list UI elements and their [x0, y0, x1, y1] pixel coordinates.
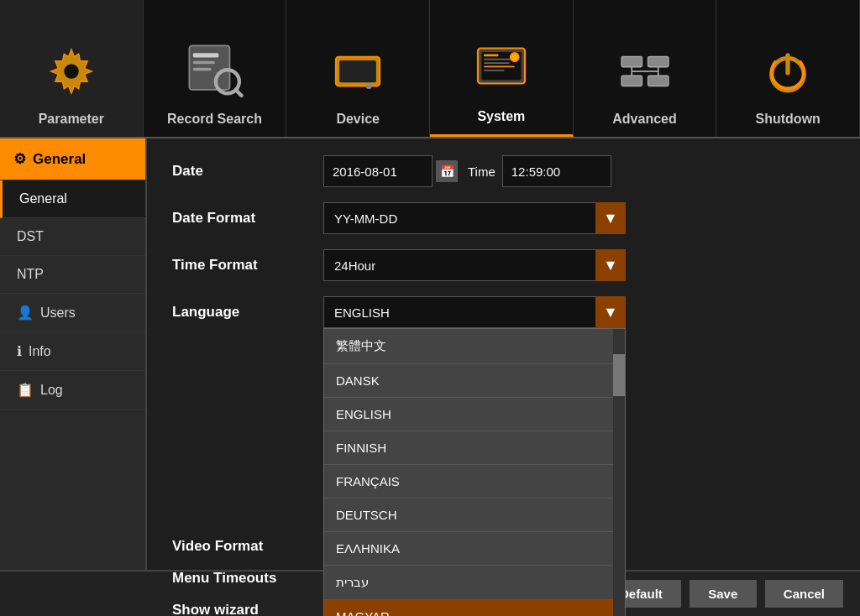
- log-icon: 📋: [17, 382, 34, 398]
- svg-rect-9: [339, 60, 376, 82]
- user-icon: 👤: [17, 305, 34, 321]
- time-format-dropdown-arrow[interactable]: ▼: [595, 249, 626, 281]
- nav-parameter[interactable]: Parameter: [0, 0, 144, 137]
- lang-hebrew[interactable]: עברית: [324, 566, 625, 600]
- svg-rect-17: [484, 70, 505, 71]
- nav-advanced-label: Advanced: [612, 112, 676, 127]
- svg-rect-5: [192, 68, 211, 71]
- sidebar-item-general[interactable]: General: [0, 180, 145, 218]
- lang-traditional-chinese[interactable]: 繁體中文: [324, 329, 625, 364]
- language-dropdown-list: 繁體中文 DANSK ENGLISH FINNISH FRANÇAIS DEUT…: [323, 328, 626, 616]
- svg-point-10: [366, 83, 372, 89]
- lang-magyar[interactable]: MAGYAR: [324, 600, 625, 616]
- sidebar-item-ntp[interactable]: NTP: [0, 256, 145, 294]
- date-input[interactable]: [323, 155, 433, 187]
- video-format-label: Video Format: [172, 538, 323, 555]
- lang-francais[interactable]: FRANÇAIS: [324, 465, 625, 499]
- time-format-label: Time Format: [172, 257, 323, 274]
- nav-record-search-label: Record Search: [167, 112, 262, 127]
- svg-rect-21: [621, 76, 642, 86]
- nav-parameter-label: Parameter: [39, 112, 104, 127]
- nav-shutdown[interactable]: Shutdown: [716, 0, 860, 137]
- time-format-input[interactable]: [323, 249, 626, 281]
- sidebar-general-label: General: [19, 191, 67, 206]
- lang-ellhnika[interactable]: ΕΛΛΗΝΙΚΑ: [324, 532, 625, 566]
- svg-line-7: [235, 90, 241, 96]
- search-icon: [181, 38, 249, 105]
- calendar-icon[interactable]: 📅: [436, 160, 458, 182]
- date-label: Date: [172, 163, 323, 180]
- content-panel: Date 📅 Time Date Format ▼ Time Format ▼ …: [147, 138, 860, 570]
- nav-device[interactable]: Device: [286, 0, 430, 137]
- gear-small-icon: ⚙: [13, 150, 26, 168]
- date-format-dropdown-arrow[interactable]: ▼: [595, 202, 626, 234]
- sidebar-ntp-label: NTP: [17, 267, 44, 282]
- device-icon: [324, 38, 391, 105]
- nav-record-search[interactable]: Record Search: [144, 0, 287, 137]
- svg-rect-16: [484, 66, 515, 68]
- svg-rect-13: [484, 55, 499, 57]
- svg-rect-19: [621, 57, 642, 67]
- nav-shutdown-label: Shutdown: [756, 112, 821, 127]
- lang-finnish[interactable]: FINNISH: [324, 431, 625, 465]
- svg-rect-4: [192, 61, 214, 65]
- sidebar-item-dst[interactable]: DST: [0, 218, 145, 256]
- time-format-row: Time Format ▼: [172, 249, 835, 281]
- time-input[interactable]: [502, 155, 611, 187]
- sidebar-users-label: Users: [40, 305, 76, 321]
- sidebar-header-general[interactable]: ⚙ General: [0, 138, 145, 180]
- date-format-label: Date Format: [172, 210, 323, 227]
- svg-point-18: [510, 53, 519, 62]
- language-select-wrapper: ▼ 繁體中文 DANSK ENGLISH FINNISH FRANÇAIS DE…: [323, 296, 626, 328]
- svg-rect-22: [648, 76, 669, 86]
- top-nav: Parameter Record Search Device: [0, 0, 860, 138]
- sidebar-log-label: Log: [40, 383, 63, 398]
- date-format-select-wrapper: ▼: [323, 202, 626, 234]
- nav-system[interactable]: System: [430, 0, 574, 137]
- lang-english[interactable]: ENGLISH: [324, 398, 625, 431]
- advanced-icon: [611, 38, 679, 105]
- svg-rect-3: [192, 53, 218, 57]
- sidebar-item-info[interactable]: ℹ Info: [0, 332, 145, 371]
- language-input[interactable]: [323, 296, 626, 328]
- language-dropdown-arrow[interactable]: ▼: [595, 296, 626, 328]
- language-label: Language: [172, 304, 323, 321]
- svg-rect-14: [484, 59, 513, 60]
- svg-rect-15: [484, 62, 510, 64]
- svg-rect-20: [648, 57, 669, 67]
- menu-timeouts-label: Menu Timeouts: [172, 570, 323, 587]
- info-icon: ℹ: [17, 343, 22, 359]
- language-row: Language ▼ 繁體中文 DANSK ENGLISH FINNISH FR…: [172, 296, 835, 328]
- lang-dansk[interactable]: DANSK: [324, 364, 625, 398]
- show-wizard-label: Show wizard: [172, 602, 323, 616]
- nav-system-label: System: [477, 109, 525, 124]
- gear-icon: [38, 38, 105, 105]
- time-label: Time: [468, 164, 496, 179]
- main-content: ⚙ General General DST NTP 👤 Users ℹ Info…: [0, 138, 860, 570]
- date-row: Date 📅 Time: [172, 155, 835, 187]
- sidebar-dst-label: DST: [17, 229, 44, 244]
- sidebar-item-users[interactable]: 👤 Users: [0, 294, 145, 332]
- power-icon: [754, 38, 821, 105]
- date-format-row: Date Format ▼: [172, 202, 835, 234]
- svg-point-1: [64, 64, 79, 79]
- nav-advanced[interactable]: Advanced: [574, 0, 717, 137]
- sidebar-info-label: Info: [29, 344, 51, 359]
- lang-deutsch[interactable]: DEUTSCH: [324, 499, 625, 532]
- time-format-select-wrapper: ▼: [323, 249, 626, 281]
- date-format-input[interactable]: [323, 202, 626, 234]
- sidebar-header-label: General: [33, 151, 86, 168]
- sidebar-item-log[interactable]: 📋 Log: [0, 371, 145, 410]
- nav-device-label: Device: [336, 112, 380, 127]
- sidebar: ⚙ General General DST NTP 👤 Users ℹ Info…: [0, 138, 147, 570]
- system-icon: [468, 35, 535, 102]
